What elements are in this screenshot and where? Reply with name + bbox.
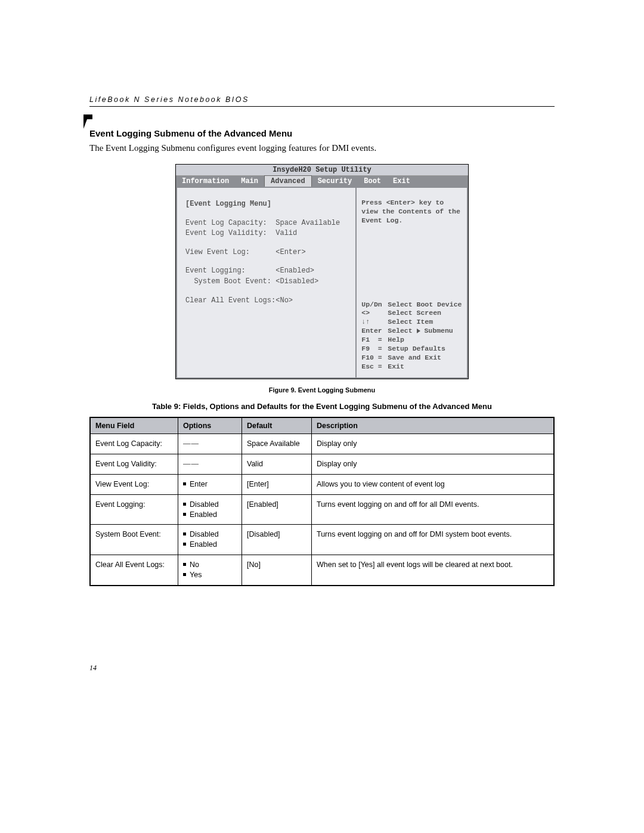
- table-row: System Boot Event:DisabledEnabled[Disabl…: [90, 525, 554, 555]
- bios-nav-key: Enter: [361, 327, 388, 336]
- bios-field-value: <No>: [275, 296, 347, 306]
- cell-options: DisabledEnabled: [178, 494, 242, 525]
- bios-title-bar: InsydeH20 Setup Utility: [176, 165, 468, 176]
- header-marker-icon: [83, 114, 92, 129]
- bios-submenu-header: [Event Logging Menu]: [185, 200, 347, 209]
- table-header-cell: Description: [312, 417, 555, 434]
- option-item: Enabled: [183, 510, 237, 520]
- table-header-cell: Menu Field: [90, 417, 178, 434]
- bios-nav-row: EnterSelect Submenu: [361, 327, 462, 336]
- bios-nav-key: Up/Dn: [361, 301, 388, 309]
- bios-tab-main: Main: [235, 176, 264, 187]
- bios-field-row: Event Log Validity:Valid: [185, 229, 347, 239]
- cell-options: ——: [178, 454, 242, 474]
- cell-description: Turns event logging on and off for DMI s…: [312, 525, 555, 555]
- bios-nav-desc: Select Item: [388, 318, 462, 327]
- page-number: 14: [89, 664, 555, 673]
- bios-nav-desc: Exit: [388, 363, 462, 371]
- bios-left-panel: [Event Logging Menu] Event Log Capacity:…: [176, 188, 355, 379]
- bios-nav-desc: Select Submenu: [388, 327, 462, 336]
- cell-default: Space Available: [242, 434, 312, 454]
- bios-nav-key: Esc =: [361, 363, 388, 371]
- bios-field-label: Event Log Capacity:: [185, 219, 275, 228]
- cell-menu-field: View Event Log:: [90, 474, 178, 494]
- bios-field-value: Valid: [275, 229, 347, 239]
- cell-default: [Enabled]: [242, 494, 312, 525]
- bios-nav-desc: Select Screen: [388, 309, 462, 318]
- cell-default: [No]: [242, 555, 312, 586]
- section-description: The Event Logging Submenu configures eve…: [89, 143, 555, 153]
- bios-field-row: Clear All Event Logs:<No>: [185, 296, 347, 306]
- bios-nav-row: Up/DnSelect Boot Device: [361, 301, 462, 309]
- option-item: Disabled: [183, 529, 237, 540]
- cell-default: [Enter]: [242, 474, 312, 494]
- cell-description: Display only: [312, 454, 555, 474]
- option-item: Enter: [183, 479, 237, 490]
- bios-nav-row: F1 =Help: [361, 336, 462, 345]
- option-item: Enabled: [183, 540, 237, 550]
- bios-nav-row: ↓↑Select Item: [361, 318, 462, 327]
- table-row: Clear All Event Logs:NoYes[No]When set t…: [90, 555, 554, 586]
- cell-menu-field: Event Logging:: [90, 494, 178, 525]
- bios-tab-security: Security: [312, 176, 358, 187]
- cell-menu-field: Clear All Event Logs:: [90, 555, 178, 586]
- bios-field-value: <Enter>: [275, 248, 347, 258]
- bios-tab-information: Information: [176, 176, 235, 187]
- bios-nav-key: F1 =: [361, 336, 388, 345]
- bios-help-panel: Press <Enter> key to view the Contents o…: [355, 188, 468, 379]
- cell-menu-field: Event Log Capacity:: [90, 434, 178, 454]
- table-header-cell: Options: [178, 417, 242, 434]
- option-item: No: [183, 560, 237, 570]
- bios-nav-desc: Help: [388, 336, 462, 345]
- bios-tab-boot: Boot: [358, 176, 387, 187]
- cell-description: Display only: [312, 434, 555, 454]
- bios-nav-keys: Up/DnSelect Boot Device<>Select Screen↓↑…: [361, 301, 462, 372]
- cell-default: [Disabled]: [242, 525, 312, 555]
- cell-description: When set to [Yes] all event logs will be…: [312, 555, 555, 586]
- bios-nav-key: <>: [361, 309, 388, 318]
- bios-field-row: View Event Log:<Enter>: [185, 248, 347, 258]
- bios-nav-desc: Select Boot Device: [388, 301, 462, 309]
- bios-screenshot: InsydeH20 Setup Utility InformationMainA…: [175, 164, 469, 379]
- table-row: Event Log Capacity:——Space AvailableDisp…: [90, 434, 554, 454]
- bios-nav-key: ↓↑: [361, 318, 388, 327]
- bios-nav-desc: Setup Defaults: [388, 345, 462, 354]
- cell-menu-field: Event Log Validity:: [90, 454, 178, 474]
- bios-field-label: Clear All Event Logs:: [185, 296, 275, 306]
- bios-nav-key: F9 =: [361, 345, 388, 354]
- bios-field-value: <Disabled>: [275, 277, 347, 287]
- figure-caption: Figure 9. Event Logging Submenu: [89, 386, 555, 394]
- table-row: Event Logging:DisabledEnabled[Enabled]Tu…: [90, 494, 554, 525]
- cell-options: ——: [178, 434, 242, 454]
- bios-nav-key: F10 =: [361, 354, 388, 363]
- fields-table: Menu FieldOptionsDefaultDescription Even…: [89, 417, 555, 586]
- cell-menu-field: System Boot Event:: [90, 525, 178, 555]
- bios-field-label: System Boot Event:: [185, 277, 275, 287]
- bios-nav-row: <>Select Screen: [361, 309, 462, 318]
- cell-options: Enter: [178, 474, 242, 494]
- section-title: Event Logging Submenu of the Advanced Me…: [89, 128, 555, 138]
- bios-field-row: Event Log Capacity:Space Available: [185, 219, 347, 228]
- table-row: View Event Log:Enter[Enter]Allows you to…: [90, 474, 554, 494]
- bios-help-text: Press <Enter> key to view the Contents o…: [361, 199, 462, 225]
- bios-field-row: Event Logging:<Enabled>: [185, 267, 347, 276]
- table-title: Table 9: Fields, Options and Defaults fo…: [89, 402, 555, 411]
- bios-tab-advanced: Advanced: [264, 175, 312, 187]
- bios-field-row: System Boot Event:<Disabled>: [185, 277, 347, 287]
- bios-field-label: Event Logging:: [185, 267, 275, 276]
- bios-field-label: View Event Log:: [185, 248, 275, 258]
- bios-nav-row: Esc =Exit: [361, 363, 462, 371]
- running-header: LifeBook N Series Notebook BIOS: [89, 95, 555, 107]
- option-item: Yes: [183, 570, 237, 580]
- bios-tab-bar: InformationMainAdvancedSecurityBootExit: [176, 176, 468, 187]
- bios-field-label: Event Log Validity:: [185, 229, 275, 239]
- option-item: Disabled: [183, 500, 237, 510]
- cell-default: Valid: [242, 454, 312, 474]
- cell-description: Turns event logging on and off for all D…: [312, 494, 555, 525]
- bios-field-value: <Enabled>: [275, 267, 347, 276]
- triangle-right-icon: [417, 329, 420, 333]
- cell-description: Allows you to view content of event log: [312, 474, 555, 494]
- cell-options: DisabledEnabled: [178, 525, 242, 555]
- bios-nav-row: F9 =Setup Defaults: [361, 345, 462, 354]
- bios-nav-desc: Save and Exit: [388, 354, 462, 363]
